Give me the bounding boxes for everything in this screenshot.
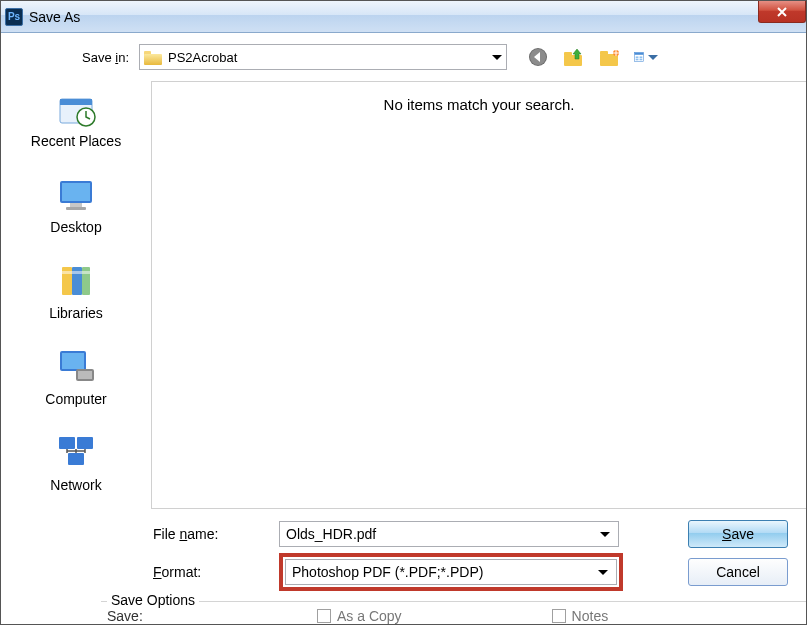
savein-label: Save in: <box>13 50 139 65</box>
format-label: Format: <box>151 564 279 580</box>
view-icon <box>634 48 644 66</box>
folder-icon <box>144 49 162 65</box>
toolbar-buttons <box>525 44 659 70</box>
notes-checkbox[interactable]: Notes <box>552 608 609 624</box>
filename-input[interactable]: Olds_HDR.pdf <box>279 521 619 547</box>
svg-rect-10 <box>636 59 639 61</box>
save-as-dialog: Ps Save As Save in: PS2Acrobat <box>0 0 807 625</box>
svg-rect-14 <box>60 99 92 105</box>
sidebar-item-label: Computer <box>45 391 106 407</box>
as-copy-label: As a Copy <box>337 608 402 624</box>
svg-rect-29 <box>77 437 93 449</box>
svg-rect-30 <box>68 453 84 465</box>
filename-label: File name: <box>151 526 279 542</box>
libraries-icon <box>54 261 98 301</box>
checkbox-icon <box>317 609 331 623</box>
right-pane: No items match your search. File name: O… <box>151 81 806 591</box>
dialog-body: Recent Places Desktop Libraries Computer <box>1 81 806 591</box>
recent-places-icon <box>54 89 98 129</box>
desktop-icon <box>54 175 98 215</box>
sidebar-item-libraries[interactable]: Libraries <box>1 261 151 321</box>
window-title: Save As <box>29 9 80 25</box>
svg-rect-28 <box>59 437 75 449</box>
network-icon <box>54 433 98 473</box>
svg-rect-19 <box>66 207 86 210</box>
photoshop-icon: Ps <box>5 8 23 26</box>
up-button[interactable] <box>561 44 587 70</box>
svg-rect-17 <box>62 183 90 201</box>
format-highlight: Photoshop PDF (*.PDF;*.PDP) <box>279 553 623 591</box>
as-copy-checkbox[interactable]: As a Copy <box>317 608 402 624</box>
file-list[interactable]: No items match your search. <box>151 81 806 509</box>
sidebar-item-recent[interactable]: Recent Places <box>1 89 151 149</box>
computer-icon <box>54 347 98 387</box>
chevron-down-icon <box>598 570 608 575</box>
sidebar-item-label: Libraries <box>49 305 103 321</box>
new-folder-button[interactable] <box>597 44 623 70</box>
svg-rect-12 <box>640 59 643 61</box>
svg-rect-23 <box>62 271 90 274</box>
cancel-button[interactable]: Cancel <box>688 558 788 586</box>
filename-value: Olds_HDR.pdf <box>286 526 376 542</box>
close-icon <box>776 6 788 18</box>
notes-label: Notes <box>572 608 609 624</box>
format-value: Photoshop PDF (*.PDF;*.PDP) <box>292 564 483 580</box>
savein-value: PS2Acrobat <box>168 50 237 65</box>
empty-message: No items match your search. <box>384 96 575 113</box>
svg-rect-9 <box>636 56 639 58</box>
sidebar-item-network[interactable]: Network <box>1 433 151 493</box>
view-menu-button[interactable] <box>633 44 659 70</box>
sidebar-item-label: Recent Places <box>31 133 121 149</box>
form-section: File name: Olds_HDR.pdf Save Format: <box>151 509 806 591</box>
close-button[interactable] <box>758 1 806 23</box>
svg-rect-5 <box>600 51 608 55</box>
svg-rect-25 <box>62 353 84 369</box>
up-folder-icon <box>563 47 585 67</box>
svg-rect-8 <box>635 53 644 55</box>
checkbox-icon <box>552 609 566 623</box>
svg-rect-2 <box>564 55 582 66</box>
new-folder-icon <box>599 47 621 67</box>
chevron-down-icon <box>492 55 502 60</box>
sidebar-item-computer[interactable]: Computer <box>1 347 151 407</box>
toolbar: Save in: PS2Acrobat <box>1 33 806 81</box>
sidebar-item-desktop[interactable]: Desktop <box>1 175 151 235</box>
svg-rect-3 <box>564 52 572 56</box>
options-legend: Save Options <box>107 592 199 608</box>
svg-rect-27 <box>78 371 92 379</box>
back-arrow-icon <box>528 47 548 67</box>
back-button[interactable] <box>525 44 551 70</box>
sidebar-item-label: Network <box>50 477 101 493</box>
save-button[interactable]: Save <box>688 520 788 548</box>
chevron-down-icon <box>600 532 610 537</box>
options-save-label: Save: <box>107 608 167 624</box>
svg-rect-18 <box>70 203 82 207</box>
places-sidebar: Recent Places Desktop Libraries Computer <box>1 81 151 591</box>
savein-combobox[interactable]: PS2Acrobat <box>139 44 507 70</box>
format-combobox[interactable]: Photoshop PDF (*.PDF;*.PDP) <box>285 559 617 585</box>
svg-rect-11 <box>640 56 643 58</box>
titlebar: Ps Save As <box>1 1 806 33</box>
chevron-down-icon <box>648 55 658 60</box>
sidebar-item-label: Desktop <box>50 219 101 235</box>
save-options-group: Save Options Save: As a Copy Notes <box>101 601 806 624</box>
